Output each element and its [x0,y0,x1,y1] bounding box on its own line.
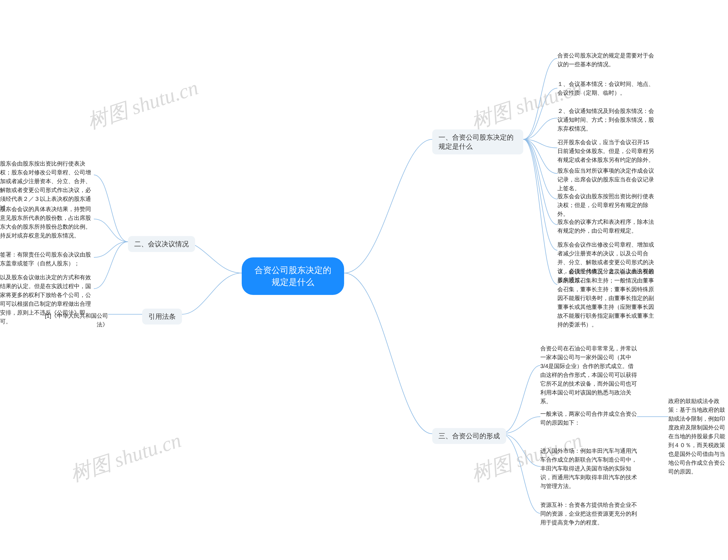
leaf-cite-0: [1]《中华人民共和国公司法》 [34,311,108,329]
leaf-s1-8: ３、会议主持情况：首次会议由出资最多的股东召集和主持；一般情况由董事会召集，董事… [557,267,654,329]
leaf-s3-3: 资源互补：合资各方提供给合资企业不同的资源，企业把这些资源更充分的利用于提高竞争… [540,501,637,527]
leaf-s2-1: 股东会会议的具体表决结果，持赞同意见股东所代表的股份数，占出席股东大会的股东所持… [0,205,94,240]
leaf-s3-1a: 政府的鼓励或法令政策：基于当地政府的鼓励或法令限制，例如印度政府及限制国外公司在… [668,397,725,476]
watermark: 树图 shutu.cn [67,427,185,488]
watermark: 树图 shutu.cn [84,74,202,135]
leaf-s1-1: １、会议基本情况：会议时间、地点、会议性质（定期、临时）。 [557,80,654,97]
branch-cite[interactable]: 引用法条 [142,309,182,325]
leaf-s1-5: 股东会会议由股东按照出资比例行使表决权；但是，公司章程另有规定的除外。 [557,192,654,218]
leaf-s3-1: 一般来说，两家公司合作并成立合资公司的原因如下： [540,410,637,427]
center-topic[interactable]: 合资公司股东决定的规定是什么 [242,257,344,295]
leaf-s1-0: 合资公司股东决定的规定是需要对于会议的一些基本的情况。 [557,51,654,69]
branch-section3[interactable]: 三、合资公司的形成 [432,428,506,444]
branch-section1[interactable]: 一、合资公司股东决定的规定是什么 [432,129,523,154]
leaf-s1-3: 召开股东会会议，应当于会议召开15日前通知全体股东。但是，公司章程另有规定或者全… [557,138,654,164]
mindmap-canvas: 树图 shutu.cn 树图 shutu.cn 树图 shutu.cn 树图 s… [0,0,728,560]
leaf-s1-4: 股东会应当对所议事项的决定作成会议记录，出席会议的股东应当在会议记录上签名。 [557,166,654,193]
leaf-s3-0: 合资公司在石油公司非常常见，并常以一家本国公司与一家外国公司（其中3/4是国际企… [540,344,637,406]
leaf-s1-2: ２、会议通知情况及到会股东情况：会议通知时间、方式；到会股东情况，股东弃权情况。 [557,107,654,133]
leaf-s3-2: 进入国外市场：例如丰田汽车与通用汽车合作成立的新联合汽车制造公司中，丰田汽车取得… [540,447,637,491]
branch-section2[interactable]: 二、会议决议情况 [128,236,195,252]
leaf-s1-6: 股东会的议事方式和表决程序，除本法有规定的外，由公司章程规定。 [557,218,654,235]
leaf-s2-2: 签署：有限责任公司股东会决议由股东盖章或签字（自然人股东）； [0,250,94,268]
leaf-s2-0: 股东会由股东按出资比例行使表决权；股东会对修改公司章程、公司增加或者减少注册资本… [0,159,94,212]
